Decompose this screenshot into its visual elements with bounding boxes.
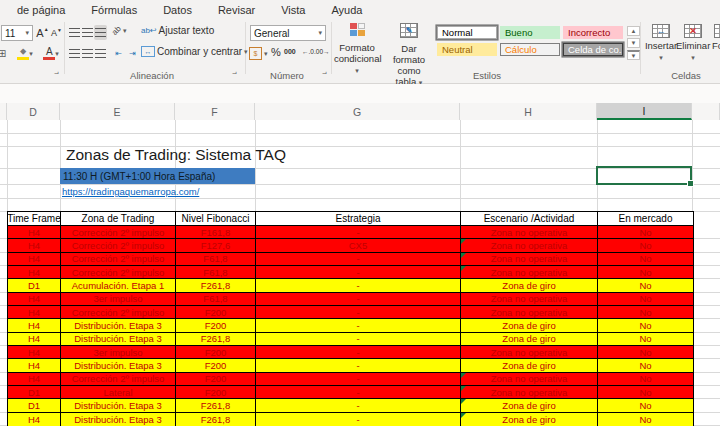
table-cell[interactable]: F200 — [176, 346, 256, 358]
table-cell[interactable]: H4 — [8, 359, 61, 371]
menu-tab-ayuda[interactable]: Ayuda — [318, 4, 375, 16]
table-cell[interactable]: - — [256, 253, 461, 265]
table-cell[interactable]: No — [598, 253, 693, 265]
table-cell[interactable]: - — [256, 399, 461, 411]
table-header-cell[interactable]: Time Frame — [8, 212, 61, 225]
align-center-button[interactable] — [81, 46, 94, 61]
table-cell[interactable]: - — [256, 413, 461, 426]
table-cell[interactable]: F200 — [176, 319, 256, 331]
fill-color-button[interactable]: ⬥ ▾ — [14, 46, 36, 61]
table-cell[interactable]: No — [598, 226, 693, 238]
format-as-table-button[interactable]: ✎ Dar formato como tabla ▾ — [386, 23, 432, 87]
table-cell[interactable]: Distribución. Etapa 3 — [61, 413, 176, 426]
table-cell[interactable]: Corrección 2º impulso — [61, 306, 176, 318]
table-header-cell[interactable]: Zona de Trading — [61, 212, 176, 225]
styles-more-button[interactable]: ▼ — [627, 50, 640, 60]
table-cell[interactable]: F161,8 — [176, 226, 256, 238]
table-cell[interactable]: Zona no operativa — [461, 373, 598, 385]
table-header-cell[interactable]: Nivel Fibonacci — [176, 212, 256, 225]
table-cell[interactable]: H4 — [8, 293, 61, 305]
table-cell[interactable]: F61,8 — [176, 266, 256, 278]
table-cell[interactable]: - — [256, 293, 461, 305]
table-cell[interactable]: Zona de giro — [461, 359, 598, 371]
align-top-button[interactable] — [68, 25, 81, 40]
table-cell[interactable]: Zona de giro — [461, 399, 598, 411]
table-cell[interactable]: Zona no operativa — [461, 346, 598, 358]
decrease-decimal-button[interactable]: .00→ — [314, 48, 330, 55]
table-cell[interactable]: No — [598, 399, 693, 411]
menu-tab-vista[interactable]: Vista — [268, 4, 318, 16]
insert-cells-button[interactable]: ← Insertar▾ — [644, 24, 678, 62]
table-cell[interactable]: F261,8 — [176, 399, 256, 411]
table-cell[interactable]: Distribución. Etapa 3 — [61, 399, 176, 411]
table-cell[interactable]: No — [598, 373, 693, 385]
table-header-cell[interactable]: Escenario /Actividad — [461, 212, 598, 225]
table-cell[interactable]: Zona de giro — [461, 333, 598, 345]
table-cell[interactable]: F261,8 — [176, 333, 256, 345]
table-cell[interactable]: H4 — [8, 266, 61, 278]
table-cell[interactable]: No — [598, 346, 693, 358]
cell-style-normal[interactable]: Normal — [437, 26, 497, 39]
menu-tab-fórmulas[interactable]: Fórmulas — [78, 4, 150, 16]
table-cell[interactable]: - — [256, 386, 461, 398]
increase-decimal-button[interactable]: ←.0 — [302, 48, 314, 55]
table-cell[interactable]: F200 — [176, 359, 256, 371]
cell-style-c-lculo[interactable]: Cálculo — [500, 43, 560, 56]
increase-indent-button[interactable]: ⇥ — [126, 46, 139, 61]
table-cell[interactable]: F61,8 — [176, 253, 256, 265]
table-cell[interactable]: H4 — [8, 253, 61, 265]
table-cell[interactable]: No — [598, 319, 693, 331]
table-cell[interactable]: - — [256, 279, 461, 291]
table-cell[interactable]: Corrección 2º impulso — [61, 253, 176, 265]
menu-tab-revisar[interactable]: Revisar — [205, 4, 268, 16]
table-cell[interactable]: F200 — [176, 306, 256, 318]
table-cell[interactable]: Zona no operativa — [461, 253, 598, 265]
merge-center-button[interactable]: ↔ Combinar y centrar ▾ — [141, 46, 248, 57]
table-cell[interactable]: H4 — [8, 306, 61, 318]
table-cell[interactable]: - — [256, 346, 461, 358]
table-cell[interactable]: No — [598, 359, 693, 371]
conditional-formatting-button[interactable]: Formato condicional ▾ — [334, 23, 380, 75]
table-cell[interactable]: No — [598, 239, 693, 251]
column-header-j-partial[interactable] — [692, 103, 720, 120]
sheet-grid[interactable]: Zonas de Trading: Sistema TAQ 11:30 H (G… — [0, 120, 720, 426]
borders-button[interactable]: ⊞ — [0, 46, 10, 61]
table-cell[interactable]: CX5 — [256, 239, 461, 251]
table-cell[interactable]: - — [256, 306, 461, 318]
column-header-f[interactable]: F — [175, 103, 255, 120]
table-cell[interactable]: F127,6 — [176, 239, 256, 251]
table-cell[interactable]: Zona no operativa — [461, 266, 598, 278]
align-left-button[interactable] — [68, 46, 81, 61]
table-cell[interactable]: F200 — [176, 386, 256, 398]
table-header-cell[interactable]: Estrategia — [256, 212, 461, 225]
sheet-link[interactable]: https://tradingaquemarropa.com/ — [62, 186, 199, 197]
table-cell[interactable]: H4 — [8, 373, 61, 385]
cell-style-celda-de-co-[interactable]: Celda de co... — [563, 43, 623, 56]
table-cell[interactable]: F261,8 — [176, 413, 256, 426]
table-cell[interactable]: Zona no operativa — [461, 386, 598, 398]
table-cell[interactable]: Zona no operativa — [461, 306, 598, 318]
table-cell[interactable]: No — [598, 386, 693, 398]
table-cell[interactable]: Zona de giro — [461, 413, 598, 426]
table-cell[interactable]: Zona de giro — [461, 279, 598, 291]
table-cell[interactable]: H4 — [8, 333, 61, 345]
table-cell[interactable]: - — [256, 373, 461, 385]
align-right-button[interactable] — [94, 46, 107, 61]
table-cell[interactable]: 3er impulso — [61, 346, 176, 358]
table-cell[interactable]: Zona no operativa — [461, 239, 598, 251]
decrease-indent-button[interactable]: ⇤ — [112, 46, 125, 61]
accounting-format-button[interactable]: $ ▾ — [249, 47, 268, 60]
time-note-cell[interactable]: 11:30 H (GMT+1:00 Hora España) — [60, 168, 255, 184]
table-cell[interactable]: H4 — [8, 319, 61, 331]
number-format-combo[interactable]: General ▾ — [250, 25, 326, 41]
menu-tab-de-página[interactable]: de página — [4, 4, 78, 16]
table-cell[interactable]: D1 — [8, 279, 61, 291]
cell-style-incorrecto[interactable]: Incorrecto — [563, 26, 623, 39]
column-header-i[interactable]: I — [597, 103, 692, 120]
table-cell[interactable]: - — [256, 226, 461, 238]
column-header-g[interactable]: G — [255, 103, 460, 120]
font-color-button[interactable]: A ▾ — [40, 46, 62, 61]
table-cell[interactable]: Distribución. Etapa 3 — [61, 333, 176, 345]
font-size-combo[interactable]: 11 ▾ — [1, 25, 33, 41]
table-cell[interactable]: D1 — [8, 399, 61, 411]
